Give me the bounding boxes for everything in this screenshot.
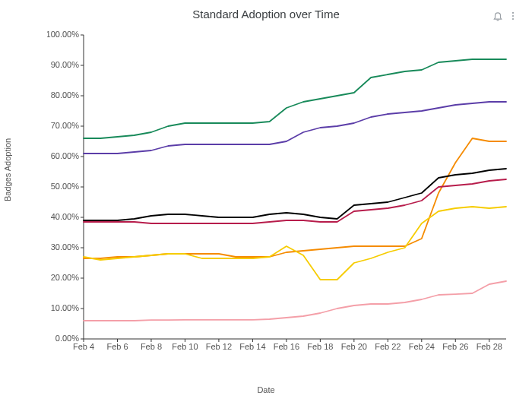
x-tick-label: Feb 10 <box>172 342 198 351</box>
svg-point-2 <box>512 18 514 20</box>
x-tick-label: Feb 22 <box>375 342 401 351</box>
y-axis-label: Badges Adoption <box>3 138 12 201</box>
y-tick-label: 40.00% <box>51 212 80 221</box>
series-lightpink <box>84 281 506 321</box>
y-tick-label: 60.00% <box>51 151 80 160</box>
series-green <box>84 59 506 138</box>
y-tick-label: 30.00% <box>51 242 80 252</box>
series-yellow <box>84 207 506 280</box>
chart-toolbar <box>492 11 518 21</box>
y-tick-label: 20.00% <box>51 273 80 282</box>
series-purple <box>84 102 506 154</box>
x-tick-label: Feb 24 <box>409 342 435 351</box>
y-tick-label: 50.00% <box>51 182 80 191</box>
more-menu-icon[interactable] <box>508 11 518 21</box>
svg-point-1 <box>512 15 514 17</box>
x-tick-label: Feb 28 <box>477 342 502 351</box>
x-tick-label: Feb 18 <box>307 342 333 351</box>
x-tick-label: Feb 14 <box>239 342 265 351</box>
x-axis-label: Date <box>8 385 524 394</box>
x-tick-label: Feb 26 <box>442 342 468 351</box>
series-group <box>84 59 506 321</box>
series-black <box>84 169 506 220</box>
chart-plot-area: 0.00%10.00%20.00%30.00%40.00%50.00%60.00… <box>47 30 511 365</box>
chart-title: Standard Adoption over Time <box>8 8 524 21</box>
series-orange <box>84 138 506 258</box>
svg-point-0 <box>512 12 514 14</box>
x-tick-label: Feb 16 <box>274 342 299 351</box>
chart-container: Standard Adoption over Time Badges Adopt… <box>8 8 524 394</box>
y-tick-label: 70.00% <box>51 121 80 130</box>
y-tick-label: 90.00% <box>51 60 80 69</box>
x-tick-label: Feb 8 <box>141 342 162 351</box>
bell-icon[interactable] <box>492 11 503 21</box>
x-tick-label: Feb 12 <box>206 342 232 351</box>
y-tick-label: 100.00% <box>47 30 79 39</box>
y-tick-label: 80.00% <box>51 90 80 100</box>
x-tick-label: Feb 6 <box>106 342 128 351</box>
x-tick-label: Feb 20 <box>341 342 367 351</box>
x-tick-label: Feb 4 <box>73 342 94 351</box>
y-tick-label: 10.00% <box>51 303 80 312</box>
